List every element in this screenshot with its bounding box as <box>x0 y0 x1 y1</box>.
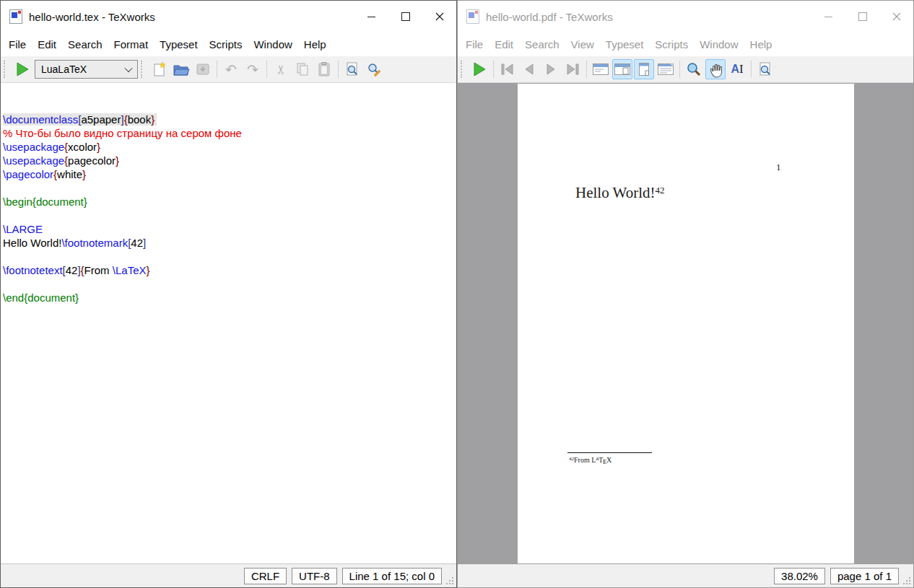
hand-tool-button[interactable] <box>705 59 726 79</box>
last-page-icon <box>564 62 581 76</box>
menu-typeset[interactable]: Typeset <box>600 35 650 53</box>
typeset-run-button[interactable] <box>469 59 489 79</box>
fit-to-text-width-button[interactable] <box>656 59 676 79</box>
toolbar-drag-handle[interactable] <box>4 61 8 78</box>
text-select-tool-button[interactable]: AI <box>727 59 747 79</box>
zoom-level-button[interactable]: 38.02% <box>774 568 825 584</box>
pdf-page: 1 Hello World!42 42From LATEX <box>518 84 854 563</box>
find-icon <box>344 61 360 77</box>
redo-button[interactable]: ↷ <box>243 59 263 79</box>
menu-edit[interactable]: Edit <box>489 35 519 53</box>
magnifier-icon <box>685 61 702 77</box>
editor-titlebar[interactable]: hello-world.tex - TeXworks <box>1 1 456 32</box>
menu-window[interactable]: Window <box>248 35 297 53</box>
play-icon <box>471 61 487 77</box>
pdf-toolbar: AI <box>458 56 913 83</box>
maximize-button[interactable] <box>845 1 879 32</box>
paste-button[interactable] <box>314 59 334 79</box>
screen: hello-world.tex - TeXworks FileEditSearc… <box>0 0 914 588</box>
toolbar-separator <box>338 61 339 78</box>
code-line-14[interactable]: \end{document} <box>3 291 456 304</box>
minimize-icon <box>367 17 375 17</box>
pdf-viewport[interactable]: 1 Hello World!42 42From LATEX <box>458 83 913 563</box>
engine-select[interactable]: LuaLaTeX <box>35 60 138 79</box>
maximize-button[interactable] <box>388 1 422 32</box>
menu-help[interactable]: Help <box>298 35 332 53</box>
find-button[interactable] <box>755 59 775 79</box>
menu-file[interactable]: File <box>460 35 489 53</box>
editor-window: hello-world.tex - TeXworks FileEditSearc… <box>0 0 457 588</box>
replace-button[interactable] <box>364 59 384 79</box>
code-line-2[interactable]: % Что-бы было видно страницу на сером фо… <box>3 126 456 140</box>
texworks-doc-icon <box>466 9 479 24</box>
text-cursor-icon: I <box>739 62 744 76</box>
first-page-button[interactable] <box>497 59 518 79</box>
encoding-button[interactable]: UTF-8 <box>292 568 337 584</box>
toolbar-drag-handle[interactable] <box>141 61 145 78</box>
toolbar-separator <box>217 61 217 78</box>
code-line-9[interactable]: \LARGE <box>3 222 456 236</box>
new-document-button[interactable] <box>149 59 170 79</box>
fit-to-window-icon <box>614 62 631 76</box>
code-line-1[interactable]: \documentclass[a5paper]{book} <box>3 113 456 126</box>
fit-to-width-button[interactable] <box>591 59 611 79</box>
resize-grip[interactable] <box>909 583 910 584</box>
code-line-8[interactable] <box>3 209 456 222</box>
toolbar-drag-handle[interactable] <box>461 61 465 78</box>
first-page-icon <box>499 62 516 76</box>
minimize-button[interactable] <box>354 1 388 32</box>
fit-to-window-button[interactable] <box>612 59 632 79</box>
code-line-3[interactable]: \usepackage{xcolor} <box>3 140 456 154</box>
code-line-7[interactable]: \begin{document} <box>3 195 456 209</box>
footnote-mark: 42 <box>656 185 665 196</box>
replace-icon <box>366 61 382 77</box>
code-line-11[interactable] <box>3 250 456 263</box>
menu-search[interactable]: Search <box>62 35 108 53</box>
code-line-6[interactable] <box>3 181 456 195</box>
menu-typeset[interactable]: Typeset <box>154 35 204 53</box>
copy-button[interactable] <box>292 59 313 79</box>
zoom-tool-button[interactable] <box>684 59 704 79</box>
pdf-titlebar[interactable]: hello-world.pdf - TeXworks <box>458 1 913 32</box>
menu-format[interactable]: Format <box>108 35 154 53</box>
code-line-15[interactable] <box>3 304 456 318</box>
toolbar-separator <box>586 61 587 78</box>
menu-search[interactable]: Search <box>519 35 565 53</box>
page-indicator-button[interactable]: page 1 of 1 <box>830 568 899 584</box>
menu-file[interactable]: File <box>3 35 32 53</box>
previous-page-icon <box>521 62 538 76</box>
minimize-button[interactable] <box>811 1 845 32</box>
maximize-icon <box>401 12 410 21</box>
close-button[interactable] <box>422 1 456 32</box>
actual-size-button[interactable] <box>634 59 654 79</box>
code-line-12[interactable]: \footnotetext[42]{From \LaTeX} <box>3 263 456 277</box>
typeset-run-button[interactable] <box>12 59 32 79</box>
code-line-10[interactable]: Hello World!\footnotemark[42] <box>3 236 456 250</box>
save-button[interactable] <box>193 59 213 79</box>
undo-button[interactable]: ↶ <box>221 59 241 79</box>
cut-button[interactable]: ✂ <box>271 59 291 79</box>
menu-view[interactable]: View <box>565 35 600 53</box>
footnote-rule <box>567 452 652 453</box>
find-button[interactable] <box>342 59 362 79</box>
window-controls <box>811 1 913 32</box>
open-button[interactable] <box>171 59 191 79</box>
resize-grip[interactable] <box>452 583 453 584</box>
previous-page-button[interactable] <box>519 59 539 79</box>
close-button[interactable] <box>879 1 913 32</box>
code-line-13[interactable] <box>3 277 456 291</box>
line-ending-button[interactable]: CRLF <box>244 568 287 584</box>
menu-window[interactable]: Window <box>694 35 744 53</box>
source-editor[interactable]: \documentclass[a5paper]{book}% Что-бы бы… <box>1 83 456 563</box>
menu-scripts[interactable]: Scripts <box>649 35 694 53</box>
menu-help[interactable]: Help <box>744 35 778 53</box>
close-icon <box>892 12 901 21</box>
next-page-button[interactable] <box>541 59 561 79</box>
last-page-button[interactable] <box>562 59 583 79</box>
menu-edit[interactable]: Edit <box>32 35 62 53</box>
menu-scripts[interactable]: Scripts <box>204 35 248 53</box>
cut-icon: ✂ <box>275 64 287 74</box>
code-line-5[interactable]: \pagecolor{white} <box>3 167 456 181</box>
cursor-position-button[interactable]: Line 1 of 15; col 0 <box>342 568 442 584</box>
code-line-4[interactable]: \usepackage{pagecolor} <box>3 154 456 167</box>
